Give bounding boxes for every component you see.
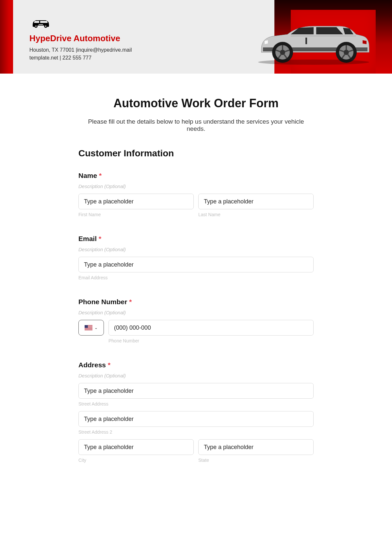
field-phone: Phone Number * Description (Optional) ⌄ xyxy=(78,298,314,343)
svg-point-2 xyxy=(35,26,37,27)
header-left: HypeDrive Automotive Houston, TX 77001 |… xyxy=(13,0,222,74)
first-name-input[interactable] xyxy=(78,194,194,209)
label-address: Address * xyxy=(78,361,314,369)
brand-contact: template.net | 222 555 777 xyxy=(29,54,222,62)
street-input[interactable] xyxy=(78,383,314,399)
city-input[interactable] xyxy=(78,439,194,455)
required-star: * xyxy=(99,235,101,242)
svg-rect-27 xyxy=(85,329,92,329)
desc-address: Description (Optional) xyxy=(78,373,314,378)
page-title: Automotive Work Order Form xyxy=(78,96,314,110)
sublabel-phone: Phone Number xyxy=(108,338,314,343)
car-logo-icon xyxy=(29,16,52,29)
brand-address: Houston, TX 77001 |inquire@hypedrive.mai… xyxy=(29,46,222,54)
section-customer-info: Customer Information xyxy=(78,148,314,159)
form-content: Automotive Work Order Form Please fill o… xyxy=(59,74,333,494)
svg-point-15 xyxy=(344,50,349,55)
us-flag-icon xyxy=(85,325,92,330)
phone-input[interactable] xyxy=(108,320,314,336)
required-star: * xyxy=(99,172,102,179)
svg-rect-16 xyxy=(346,45,347,50)
accent-bar xyxy=(0,0,13,74)
last-name-input[interactable] xyxy=(198,194,314,209)
label-name-text: Name xyxy=(78,172,97,179)
street2-input[interactable] xyxy=(78,411,314,427)
desc-name: Description (Optional) xyxy=(78,183,314,189)
sublabel-street2: Street Address 2 xyxy=(78,429,314,435)
field-name: Name * Description (Optional) First Name… xyxy=(78,172,314,217)
label-address-text: Address xyxy=(78,361,106,369)
svg-rect-4 xyxy=(39,24,43,25)
svg-rect-29 xyxy=(85,325,88,328)
desc-phone: Description (Optional) xyxy=(78,310,314,315)
sublabel-last-name: Last Name xyxy=(198,212,314,217)
car-hero-icon xyxy=(248,18,379,67)
svg-rect-8 xyxy=(282,45,283,50)
sublabel-city: City xyxy=(78,458,194,463)
country-code-select[interactable]: ⌄ xyxy=(78,320,104,336)
email-input[interactable] xyxy=(78,257,314,272)
svg-point-3 xyxy=(45,26,46,27)
field-email: Email * Description (Optional) Email Add… xyxy=(78,235,314,280)
sublabel-email: Email Address xyxy=(78,275,314,280)
label-phone: Phone Number * xyxy=(78,298,314,306)
svg-rect-28 xyxy=(85,330,92,330)
label-name: Name * xyxy=(78,172,314,180)
label-email: Email * xyxy=(78,235,314,243)
desc-email: Description (Optional) xyxy=(78,247,314,252)
chevron-down-icon: ⌄ xyxy=(94,325,98,330)
sublabel-state: State xyxy=(198,458,314,463)
svg-point-21 xyxy=(258,60,369,65)
label-phone-text: Phone Number xyxy=(78,298,127,305)
state-input[interactable] xyxy=(198,439,314,455)
field-address: Address * Description (Optional) Street … xyxy=(78,361,314,463)
sublabel-first-name: First Name xyxy=(78,212,194,217)
sublabel-street: Street Address xyxy=(78,401,314,407)
header-right xyxy=(222,0,392,74)
svg-point-7 xyxy=(280,50,285,55)
required-star: * xyxy=(129,298,132,305)
brand-name: HypeDrive Automotive xyxy=(29,33,222,43)
page-subtitle: Please fill out the details below to hel… xyxy=(78,118,314,132)
svg-rect-26 xyxy=(85,328,92,328)
label-email-text: Email xyxy=(78,235,97,242)
required-star: * xyxy=(108,361,110,369)
header-banner: HypeDrive Automotive Houston, TX 77001 |… xyxy=(0,0,392,74)
